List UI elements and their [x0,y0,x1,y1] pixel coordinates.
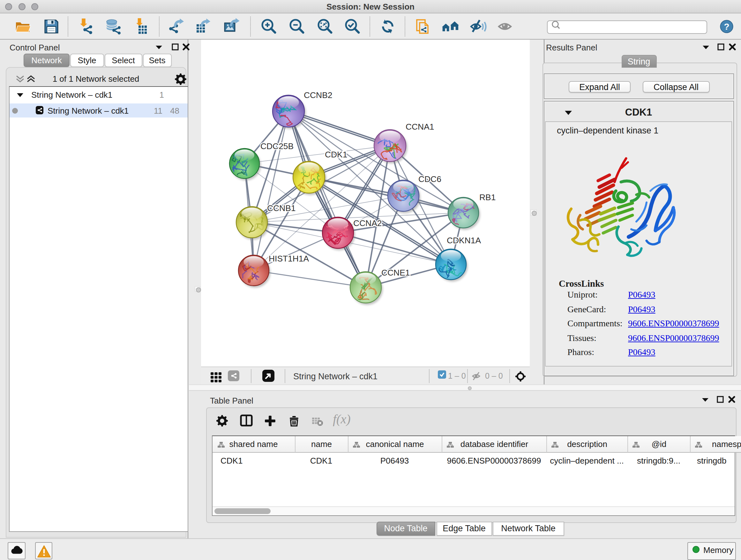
svg-text:CDC25B: CDC25B [260,141,293,151]
svg-text:CCNE1: CCNE1 [381,268,410,277]
svg-text:CDC6: CDC6 [418,174,441,184]
svg-text:CDKN1A: CDKN1A [447,236,481,245]
svg-text:CCNB1: CCNB1 [267,203,295,213]
svg-text:CCNB2: CCNB2 [304,90,332,100]
svg-text:?: ? [724,21,729,31]
svg-text:RB1: RB1 [479,192,495,202]
svg-text:HIST1H1A: HIST1H1A [269,254,309,263]
svg-text:CDK1: CDK1 [325,150,347,159]
svg-text:CCNA2: CCNA2 [353,219,382,228]
svg-text:CCNA1: CCNA1 [406,122,434,132]
